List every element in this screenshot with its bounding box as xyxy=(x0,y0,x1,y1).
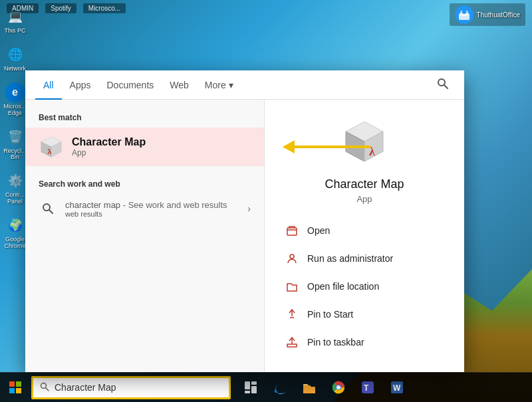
best-match-item[interactable]: λ Character Map App xyxy=(25,128,264,166)
charmap-app-icon: λ xyxy=(39,134,64,159)
action-pintaskbar[interactable]: Pin to taskbar xyxy=(278,329,451,355)
arrow-annotation xyxy=(284,146,370,148)
taskbar-search-text: Character Map xyxy=(55,382,222,393)
start-menu: All Apps Documents Web More ▾ xyxy=(25,70,464,372)
desktop-icons-panel: 💻 This PC 🌐 Network e Micros... Edge 🗑️ … xyxy=(3,7,27,250)
tab-web[interactable]: Web xyxy=(162,70,197,100)
topbar-microsoft: Microsco... xyxy=(83,3,126,13)
svg-line-10 xyxy=(49,210,53,213)
right-actions: Open Run as administrator xyxy=(278,217,451,355)
action-admin[interactable]: Run as administrator xyxy=(278,245,451,272)
search-work-main: character map - See work and web results xyxy=(65,200,239,210)
windows-logo-icon xyxy=(9,381,21,393)
svg-text:W: W xyxy=(393,383,401,393)
topbar-spotify: Spotify xyxy=(45,3,76,13)
edge-button[interactable] xyxy=(267,374,293,401)
svg-rect-21 xyxy=(251,381,257,385)
explorer-button[interactable] xyxy=(296,374,323,401)
watermark-label: ThuthuatOffice xyxy=(477,11,520,19)
search-work-arrow-icon: › xyxy=(247,203,251,214)
action-fileloc[interactable]: Open file location xyxy=(278,273,451,300)
chrome-button[interactable] xyxy=(325,374,352,401)
arrow-line xyxy=(284,146,370,148)
right-app-icon: λ xyxy=(338,116,391,169)
topbar-admin: ADMIN xyxy=(7,3,39,13)
desktop-icon-network[interactable]: 🌐 Network xyxy=(3,45,27,72)
taskbar-search-bar[interactable]: Character Map xyxy=(31,376,231,399)
desktop-icon-control[interactable]: ⚙️ Contr... Panel xyxy=(3,171,27,205)
svg-point-2 xyxy=(462,10,466,14)
tab-apps[interactable]: Apps xyxy=(62,70,99,100)
svg-text:λ: λ xyxy=(47,148,52,155)
word-button[interactable]: W xyxy=(384,374,410,401)
svg-point-26 xyxy=(336,385,340,389)
best-match-info: Character Map App xyxy=(72,136,251,157)
svg-line-19 xyxy=(46,387,49,391)
start-button[interactable] xyxy=(0,373,30,403)
taskbar-search-icon xyxy=(40,382,49,393)
search-work-sub: web results xyxy=(65,210,239,218)
tab-more[interactable]: More ▾ xyxy=(197,70,241,100)
search-work-search-icon xyxy=(39,199,57,218)
taskbar: Character Map xyxy=(0,372,532,402)
teams-button[interactable]: T xyxy=(354,374,381,401)
pintaskbar-icon xyxy=(285,335,299,350)
desktop: 💻 This PC 🌐 Network e Micros... Edge 🗑️ … xyxy=(0,0,532,402)
svg-rect-15 xyxy=(287,228,297,235)
open-icon xyxy=(285,223,299,238)
open-label: Open xyxy=(307,225,330,236)
desktop-icon-edge[interactable]: e Micros... Edge xyxy=(3,82,27,117)
menu-content: Best match λ xyxy=(25,100,464,372)
svg-line-4 xyxy=(444,85,448,88)
taskview-button[interactable] xyxy=(237,374,264,401)
best-match-name: Character Map xyxy=(72,136,251,148)
admin-label: Run as administrator xyxy=(307,253,393,264)
pintaskbar-label: Pin to taskbar xyxy=(307,337,364,348)
pin-icon xyxy=(285,307,299,322)
search-work-item[interactable]: character map - See work and web results… xyxy=(25,194,264,223)
svg-rect-20 xyxy=(245,381,250,389)
search-work-section: Search work and web character map - Se xyxy=(25,166,264,227)
svg-rect-17 xyxy=(287,344,297,347)
tab-documents[interactable]: Documents xyxy=(98,70,162,100)
svg-text:T: T xyxy=(364,383,369,393)
best-match-header: Best match xyxy=(25,110,264,128)
svg-rect-23 xyxy=(245,391,250,393)
menu-right-panel: λ Character Map App xyxy=(265,100,464,372)
action-pinstart[interactable]: Pin to Start xyxy=(278,301,451,328)
svg-point-16 xyxy=(290,254,294,258)
menu-left-panel: Best match λ xyxy=(25,100,265,372)
svg-rect-22 xyxy=(251,386,257,393)
menu-tabs: All Apps Documents Web More ▾ xyxy=(25,70,464,100)
folder-icon xyxy=(285,279,299,294)
action-open[interactable]: Open xyxy=(278,217,451,244)
pinstart-label: Pin to Start xyxy=(307,309,353,320)
fileloc-label: Open file location xyxy=(307,281,379,292)
desktop-icon-recycle[interactable]: 🗑️ Recycl... Bin xyxy=(3,127,27,161)
watermark: ThuthuatOffice xyxy=(450,3,525,26)
watermark-icon xyxy=(455,5,473,24)
desktop-icon-chrome[interactable]: 🌍 Google Chrome xyxy=(3,215,27,250)
tab-search-icon[interactable] xyxy=(432,72,454,98)
best-match-type: App xyxy=(72,148,251,157)
right-app-name: Character Map xyxy=(325,177,404,191)
taskbar-icons: T W xyxy=(237,374,410,401)
admin-icon xyxy=(285,251,299,266)
search-work-header: Search work and web xyxy=(25,176,264,194)
right-app-type: App xyxy=(356,194,372,204)
tab-all[interactable]: All xyxy=(35,70,62,100)
search-work-text: character map - See work and web results… xyxy=(65,200,239,218)
